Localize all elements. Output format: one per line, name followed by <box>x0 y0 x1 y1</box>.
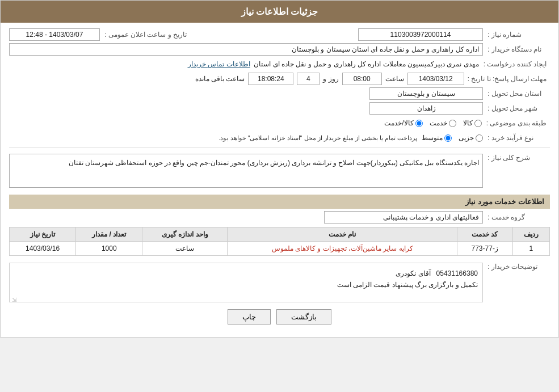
page-header: جزئیات اطلاعات نیاز <box>1 1 558 23</box>
request-number-label: شماره نیاز : <box>487 28 550 41</box>
category-options: کالا خدمت کالا/خدمت <box>384 119 481 127</box>
page-wrapper: جزئیات اطلاعات نیاز شماره نیاز : 1103003… <box>0 0 559 338</box>
announce-label: تاریخ و ساعت اعلان عمومی : <box>104 28 195 41</box>
table-row: 1 ز-77-773 کرایه سایر ماشین‌آلات، تجهیزا… <box>10 242 550 256</box>
col-name: نام خدمت <box>228 227 457 242</box>
buyer-org-label: نام دستگاه خریدار : <box>487 43 550 56</box>
page-title: جزئیات اطلاعات نیاز <box>241 7 318 16</box>
deadline-date: 1403/03/12 <box>407 73 464 85</box>
cell-quantity: 1000 <box>76 242 142 256</box>
back-button[interactable]: بازگشت <box>276 309 331 324</box>
process-note: پرداخت تمام یا بخشی از مبلغ خریدار از مح… <box>9 134 417 142</box>
process-options: جزیی متوسط <box>422 134 483 142</box>
city-label: شهر محل تحویل : <box>487 102 550 115</box>
buyer-notes-text: تکمیل و بارگزاری برگ پیشنهاد قیمت الزامی… <box>14 279 478 290</box>
services-section-header: اطلاعات خدمات مورد نیاز <box>9 195 550 209</box>
col-code: کد خدمت <box>457 227 512 242</box>
city-value: زاهدان <box>369 102 483 115</box>
col-row: ردیف <box>512 227 549 242</box>
buyer-org-value: اداره کل راهداری و حمل و نقل جاده ای است… <box>9 43 483 56</box>
cell-code: ز-77-773 <box>457 242 512 256</box>
buyer-notes-phone: 05431166380 آقای نکودری <box>14 268 478 279</box>
announce-value: 1403/03/07 - 12:48 <box>9 28 100 41</box>
creator-link[interactable]: اطلاعات تماس خریدار <box>188 60 250 68</box>
description-value: اجاره یکدستگاه بیل مکانیکی (بیکوردار)جهت… <box>9 154 483 188</box>
process-motavaset[interactable]: متوسط <box>422 134 452 142</box>
resize-handle[interactable]: ⇲ <box>11 295 16 301</box>
deadline-time: 08:00 <box>342 73 382 85</box>
category-khadamat[interactable]: خدمت <box>430 119 456 127</box>
buyer-notes-content: 05431166380 آقای نکودری تکمیل و بارگزاری… <box>9 263 483 302</box>
category-label: طبقه بندی موضوعی : <box>486 117 550 129</box>
col-date: تاریخ نیاز <box>10 227 76 242</box>
process-label: نوع فرآیند خرید : <box>487 132 550 144</box>
services-table: ردیف کد خدمت نام خدمت واحد اندازه گیری ت… <box>9 227 550 256</box>
deadline-remaining-label: ساعت باقی مانده <box>195 75 245 83</box>
group-label: گروه خدمت : <box>487 211 550 224</box>
category-kala-khadamat[interactable]: کالا/خدمت <box>384 119 422 127</box>
buyer-notes-label: توضیحات خریدار : <box>487 260 550 273</box>
request-number-value: 1103003972000114 <box>358 28 483 41</box>
province-label: استان محل تحویل : <box>487 87 550 100</box>
group-value: فعالیتهای اداری و خدمات پشتیبانی <box>324 211 483 224</box>
col-qty: تعداد / مقدار <box>76 227 142 242</box>
cell-service-name: کرایه سایر ماشین‌آلات، تجهیزات و کالاهای… <box>228 242 457 256</box>
cell-row-num: 1 <box>512 242 549 256</box>
creator-label: ایجاد کننده درخواست : <box>484 58 550 70</box>
deadline-days-label: روز و <box>323 75 338 83</box>
cell-date: 1403/03/16 <box>10 242 76 256</box>
deadline-remaining: 18:08:24 <box>248 73 293 85</box>
category-kala[interactable]: کالا <box>463 119 482 127</box>
description-label: شرح کلی نیاز : <box>487 151 550 164</box>
creator-value: مهدی نمری دبیرکمیسیون معاملات اداره کل ر… <box>9 60 479 68</box>
col-unit: واحد اندازه گیری <box>142 227 228 242</box>
deadline-days: 4 <box>297 73 320 85</box>
deadline-time-label: ساعت <box>385 75 404 83</box>
province-value: سیستان و بلوچستان <box>369 87 483 100</box>
deadline-label: مهلت ارسال پاسخ: تا تاریخ : <box>468 73 550 85</box>
process-jozei[interactable]: جزیی <box>459 134 483 142</box>
print-button[interactable]: چاپ <box>228 309 271 324</box>
button-row: بازگشت چاپ <box>9 302 550 331</box>
cell-unit: ساعت <box>142 242 228 256</box>
main-content: شماره نیاز : 1103003972000114 تاریخ و سا… <box>1 23 558 337</box>
